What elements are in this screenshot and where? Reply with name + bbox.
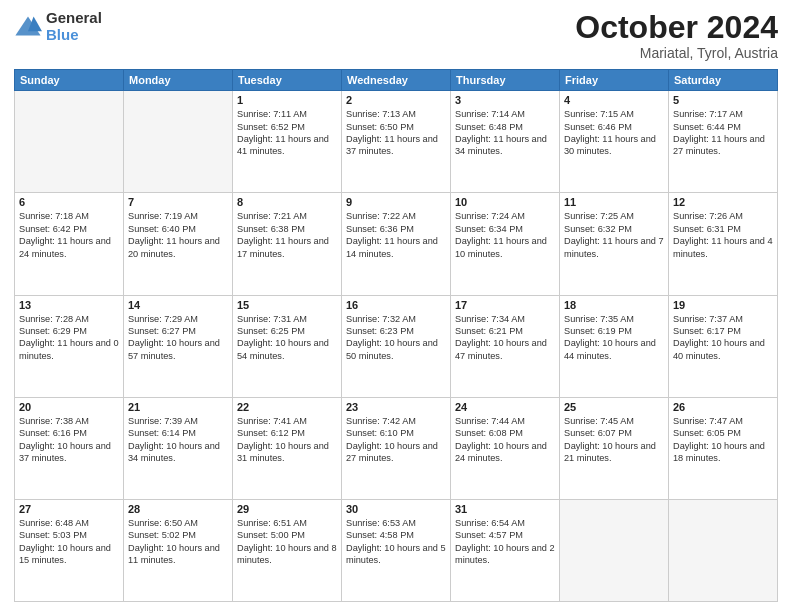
calendar-header-row: SundayMondayTuesdayWednesdayThursdayFrid… xyxy=(15,70,778,91)
day-detail: Sunrise: 7:25 AM Sunset: 6:32 PM Dayligh… xyxy=(564,210,664,260)
day-header-sunday: Sunday xyxy=(15,70,124,91)
day-number: 16 xyxy=(346,299,446,311)
day-number: 29 xyxy=(237,503,337,515)
day-number: 28 xyxy=(128,503,228,515)
calendar-cell: 9Sunrise: 7:22 AM Sunset: 6:36 PM Daylig… xyxy=(342,193,451,295)
day-detail: Sunrise: 7:42 AM Sunset: 6:10 PM Dayligh… xyxy=(346,415,446,465)
calendar-cell: 30Sunrise: 6:53 AM Sunset: 4:58 PM Dayli… xyxy=(342,499,451,601)
calendar-cell: 1Sunrise: 7:11 AM Sunset: 6:52 PM Daylig… xyxy=(233,91,342,193)
calendar-cell xyxy=(560,499,669,601)
day-header-tuesday: Tuesday xyxy=(233,70,342,91)
logo-icon xyxy=(14,13,42,41)
calendar-cell: 7Sunrise: 7:19 AM Sunset: 6:40 PM Daylig… xyxy=(124,193,233,295)
day-number: 4 xyxy=(564,94,664,106)
calendar-cell: 5Sunrise: 7:17 AM Sunset: 6:44 PM Daylig… xyxy=(669,91,778,193)
day-number: 23 xyxy=(346,401,446,413)
calendar-cell: 28Sunrise: 6:50 AM Sunset: 5:02 PM Dayli… xyxy=(124,499,233,601)
day-number: 7 xyxy=(128,196,228,208)
calendar-table: SundayMondayTuesdayWednesdayThursdayFrid… xyxy=(14,69,778,602)
logo-general-text: General xyxy=(46,10,102,27)
calendar-cell: 22Sunrise: 7:41 AM Sunset: 6:12 PM Dayli… xyxy=(233,397,342,499)
calendar-cell: 4Sunrise: 7:15 AM Sunset: 6:46 PM Daylig… xyxy=(560,91,669,193)
calendar-cell: 31Sunrise: 6:54 AM Sunset: 4:57 PM Dayli… xyxy=(451,499,560,601)
calendar-cell: 8Sunrise: 7:21 AM Sunset: 6:38 PM Daylig… xyxy=(233,193,342,295)
calendar-cell: 24Sunrise: 7:44 AM Sunset: 6:08 PM Dayli… xyxy=(451,397,560,499)
calendar-cell: 12Sunrise: 7:26 AM Sunset: 6:31 PM Dayli… xyxy=(669,193,778,295)
day-detail: Sunrise: 6:53 AM Sunset: 4:58 PM Dayligh… xyxy=(346,517,446,567)
day-header-wednesday: Wednesday xyxy=(342,70,451,91)
calendar-cell: 16Sunrise: 7:32 AM Sunset: 6:23 PM Dayli… xyxy=(342,295,451,397)
day-detail: Sunrise: 7:21 AM Sunset: 6:38 PM Dayligh… xyxy=(237,210,337,260)
day-header-monday: Monday xyxy=(124,70,233,91)
calendar-cell: 11Sunrise: 7:25 AM Sunset: 6:32 PM Dayli… xyxy=(560,193,669,295)
day-detail: Sunrise: 7:17 AM Sunset: 6:44 PM Dayligh… xyxy=(673,108,773,158)
day-detail: Sunrise: 7:37 AM Sunset: 6:17 PM Dayligh… xyxy=(673,313,773,363)
calendar-cell: 20Sunrise: 7:38 AM Sunset: 6:16 PM Dayli… xyxy=(15,397,124,499)
logo-blue-text: Blue xyxy=(46,27,102,44)
calendar-week-5: 27Sunrise: 6:48 AM Sunset: 5:03 PM Dayli… xyxy=(15,499,778,601)
day-number: 15 xyxy=(237,299,337,311)
day-detail: Sunrise: 6:48 AM Sunset: 5:03 PM Dayligh… xyxy=(19,517,119,567)
day-number: 20 xyxy=(19,401,119,413)
day-detail: Sunrise: 7:11 AM Sunset: 6:52 PM Dayligh… xyxy=(237,108,337,158)
day-detail: Sunrise: 7:14 AM Sunset: 6:48 PM Dayligh… xyxy=(455,108,555,158)
day-detail: Sunrise: 7:15 AM Sunset: 6:46 PM Dayligh… xyxy=(564,108,664,158)
calendar-week-4: 20Sunrise: 7:38 AM Sunset: 6:16 PM Dayli… xyxy=(15,397,778,499)
day-number: 14 xyxy=(128,299,228,311)
day-number: 24 xyxy=(455,401,555,413)
calendar-cell: 6Sunrise: 7:18 AM Sunset: 6:42 PM Daylig… xyxy=(15,193,124,295)
day-detail: Sunrise: 7:24 AM Sunset: 6:34 PM Dayligh… xyxy=(455,210,555,260)
day-number: 13 xyxy=(19,299,119,311)
calendar-cell: 2Sunrise: 7:13 AM Sunset: 6:50 PM Daylig… xyxy=(342,91,451,193)
calendar-cell: 27Sunrise: 6:48 AM Sunset: 5:03 PM Dayli… xyxy=(15,499,124,601)
day-detail: Sunrise: 7:32 AM Sunset: 6:23 PM Dayligh… xyxy=(346,313,446,363)
day-number: 22 xyxy=(237,401,337,413)
calendar-cell: 15Sunrise: 7:31 AM Sunset: 6:25 PM Dayli… xyxy=(233,295,342,397)
calendar-cell: 18Sunrise: 7:35 AM Sunset: 6:19 PM Dayli… xyxy=(560,295,669,397)
day-number: 31 xyxy=(455,503,555,515)
day-detail: Sunrise: 7:34 AM Sunset: 6:21 PM Dayligh… xyxy=(455,313,555,363)
calendar-cell: 21Sunrise: 7:39 AM Sunset: 6:14 PM Dayli… xyxy=(124,397,233,499)
day-detail: Sunrise: 7:45 AM Sunset: 6:07 PM Dayligh… xyxy=(564,415,664,465)
day-detail: Sunrise: 7:19 AM Sunset: 6:40 PM Dayligh… xyxy=(128,210,228,260)
calendar-cell: 13Sunrise: 7:28 AM Sunset: 6:29 PM Dayli… xyxy=(15,295,124,397)
day-detail: Sunrise: 7:18 AM Sunset: 6:42 PM Dayligh… xyxy=(19,210,119,260)
calendar-week-3: 13Sunrise: 7:28 AM Sunset: 6:29 PM Dayli… xyxy=(15,295,778,397)
day-detail: Sunrise: 7:28 AM Sunset: 6:29 PM Dayligh… xyxy=(19,313,119,363)
day-number: 27 xyxy=(19,503,119,515)
day-detail: Sunrise: 7:38 AM Sunset: 6:16 PM Dayligh… xyxy=(19,415,119,465)
day-number: 19 xyxy=(673,299,773,311)
day-number: 8 xyxy=(237,196,337,208)
day-number: 25 xyxy=(564,401,664,413)
day-number: 9 xyxy=(346,196,446,208)
calendar-cell: 25Sunrise: 7:45 AM Sunset: 6:07 PM Dayli… xyxy=(560,397,669,499)
day-number: 1 xyxy=(237,94,337,106)
day-header-friday: Friday xyxy=(560,70,669,91)
day-number: 11 xyxy=(564,196,664,208)
day-detail: Sunrise: 7:47 AM Sunset: 6:05 PM Dayligh… xyxy=(673,415,773,465)
day-detail: Sunrise: 7:39 AM Sunset: 6:14 PM Dayligh… xyxy=(128,415,228,465)
calendar-cell: 23Sunrise: 7:42 AM Sunset: 6:10 PM Dayli… xyxy=(342,397,451,499)
day-header-thursday: Thursday xyxy=(451,70,560,91)
logo: General Blue xyxy=(14,10,102,43)
day-detail: Sunrise: 7:41 AM Sunset: 6:12 PM Dayligh… xyxy=(237,415,337,465)
title-block: October 2024 Mariatal, Tyrol, Austria xyxy=(575,10,778,61)
day-detail: Sunrise: 7:31 AM Sunset: 6:25 PM Dayligh… xyxy=(237,313,337,363)
day-number: 21 xyxy=(128,401,228,413)
day-number: 3 xyxy=(455,94,555,106)
day-header-saturday: Saturday xyxy=(669,70,778,91)
day-number: 10 xyxy=(455,196,555,208)
day-number: 5 xyxy=(673,94,773,106)
day-detail: Sunrise: 7:13 AM Sunset: 6:50 PM Dayligh… xyxy=(346,108,446,158)
calendar-cell: 10Sunrise: 7:24 AM Sunset: 6:34 PM Dayli… xyxy=(451,193,560,295)
day-number: 6 xyxy=(19,196,119,208)
location-text: Mariatal, Tyrol, Austria xyxy=(575,45,778,61)
month-title: October 2024 xyxy=(575,10,778,45)
day-detail: Sunrise: 6:50 AM Sunset: 5:02 PM Dayligh… xyxy=(128,517,228,567)
day-detail: Sunrise: 7:44 AM Sunset: 6:08 PM Dayligh… xyxy=(455,415,555,465)
calendar-cell xyxy=(124,91,233,193)
calendar-week-2: 6Sunrise: 7:18 AM Sunset: 6:42 PM Daylig… xyxy=(15,193,778,295)
calendar-cell xyxy=(15,91,124,193)
calendar-cell: 26Sunrise: 7:47 AM Sunset: 6:05 PM Dayli… xyxy=(669,397,778,499)
calendar-week-1: 1Sunrise: 7:11 AM Sunset: 6:52 PM Daylig… xyxy=(15,91,778,193)
